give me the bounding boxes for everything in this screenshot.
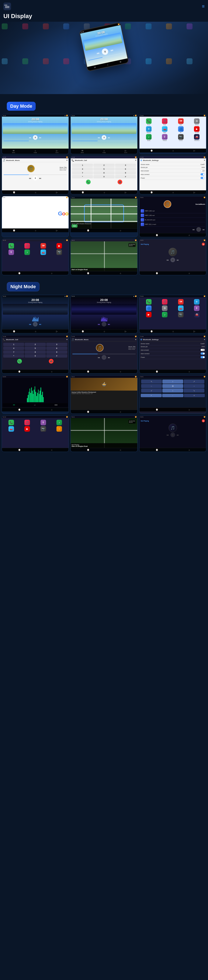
tablet-play-btn[interactable]: ⏸ [101, 48, 109, 56]
bn-10-2[interactable]: ⌂ [51, 272, 52, 274]
n-nav-center[interactable]: ⊛ [184, 394, 205, 397]
bn-7-1[interactable]: ⌚ [13, 229, 15, 232]
sm-prev[interactable]: ⏮ [192, 228, 195, 231]
n-app-settings[interactable]: ⚙ [157, 305, 173, 311]
nav-home-1[interactable]: ⌂HOME [34, 150, 37, 153]
n-app-spotify[interactable]: ♪ [157, 312, 173, 317]
bn-12-1[interactable]: ⌚ [156, 272, 158, 274]
bn-4-2[interactable]: ⌂ [35, 191, 36, 194]
sm-next[interactable]: ⏭ [203, 228, 205, 231]
app-settings[interactable]: ⚙ Settings [189, 118, 205, 126]
next-btn-2[interactable]: ⏭ [108, 137, 110, 139]
n-nav-btn-tr[interactable]: ↗ [184, 380, 204, 383]
bn-5-1[interactable]: ⌚ [82, 191, 84, 194]
bn-5-3[interactable]: ▷ [125, 191, 126, 194]
n-dial-5[interactable]: 5 [25, 347, 46, 350]
n-bt-prev[interactable]: ⏮ [98, 356, 100, 359]
n-auto-connect-toggle[interactable] [200, 353, 205, 355]
tablet-next-btn[interactable]: ⏭ [110, 48, 114, 52]
np-play[interactable]: ▶ [170, 258, 175, 262]
d-app-music[interactable]: 🎵 [20, 243, 35, 249]
app-bt[interactable]: 🔵 BT [173, 126, 189, 133]
next-btn-1[interactable]: ⏭ [39, 137, 41, 139]
dial-6[interactable]: 6 [115, 167, 136, 171]
n-bn-8-1[interactable]: ⌚ [87, 410, 89, 413]
sm-item-2[interactable]: 华晨宇_问答.mp3 [140, 213, 205, 218]
nav-go-button[interactable]: GO [71, 224, 77, 228]
dial-9[interactable]: 9 [115, 171, 136, 175]
np-next[interactable]: ⏭ [177, 259, 179, 261]
bn-6-3[interactable]: ▷ [194, 191, 195, 194]
n-app-bt[interactable]: 🔵 [141, 305, 156, 311]
power-toggle[interactable] [200, 177, 205, 179]
n-next-2[interactable]: ⏭ [108, 323, 110, 325]
nav-item-2[interactable]: ⌂ [173, 150, 174, 152]
bt-play[interactable]: ⏸ [33, 176, 38, 180]
n-app-telegram[interactable]: ✈ [189, 299, 205, 305]
sm-item-3[interactable]: 华_2019.HIFI.mp3 [140, 218, 205, 222]
n-bn-12-2[interactable]: ⌂ [189, 449, 190, 451]
n-app-carplay[interactable]: 🚘 [189, 312, 205, 317]
n-nav-btn-r[interactable]: → [184, 384, 204, 388]
n-bn-7-1[interactable]: ⌚ [18, 409, 20, 411]
n-bn-10-1[interactable]: ⌚ [18, 449, 20, 451]
bn-12-2[interactable]: ⌂ [189, 272, 190, 274]
d-app-yt[interactable]: ▶ [52, 243, 67, 249]
n-dial-4[interactable]: 4 [3, 347, 24, 350]
nav-auto-2[interactable]: ▷AUTO [124, 150, 127, 153]
auto-connect-toggle[interactable] [200, 173, 205, 175]
d-app-podcast[interactable]: 🎙 [4, 250, 19, 255]
n2-app-podcast[interactable]: 🎙 [36, 420, 51, 425]
menu-icon[interactable] [3, 3, 11, 10]
n-bn-3-2[interactable]: ⌂ [173, 330, 174, 332]
n-bt-music-close[interactable]: ✕ [135, 339, 137, 340]
n-bt-play[interactable]: ⏸ [102, 355, 106, 360]
n-bn-11-1[interactable]: ⌚ [87, 449, 89, 451]
dial-hash[interactable]: # [115, 175, 136, 178]
play-btn-1[interactable]: ⏸ [33, 135, 38, 140]
dial-0[interactable]: 0 [93, 175, 114, 178]
n-dial-hash[interactable]: # [46, 354, 67, 358]
n-nav-zoom-out[interactable]: - [162, 394, 183, 397]
bn-7-2[interactable]: ⌂ [35, 229, 36, 232]
app-podcast[interactable]: 🎙 Podcast [157, 134, 173, 141]
dial-3[interactable]: 3 [115, 164, 136, 167]
bn-5-2[interactable]: ⌂ [104, 191, 105, 194]
n-app-maps[interactable]: 🗺 [173, 299, 189, 305]
d-app-waze[interactable]: 🚗 [36, 250, 51, 255]
nav-email-2[interactable]: ✉EMAIL [81, 150, 84, 153]
bn-9-2[interactable]: ⌂ [189, 234, 190, 236]
n-bt-call-close[interactable]: ✕ [66, 339, 68, 340]
n-app-podcast[interactable]: 🎙 [189, 305, 205, 311]
n-bn-3-1[interactable]: ⌚ [150, 330, 153, 332]
sm-play[interactable]: ⏸ [196, 227, 201, 232]
n-prev-2[interactable]: ⏮ [98, 323, 100, 325]
prev-btn-1[interactable]: ⏮ [29, 137, 31, 139]
tablet-nav-home[interactable]: ⌂ [107, 64, 109, 66]
n-dial-7[interactable]: 7 [3, 350, 24, 354]
n-dial-2[interactable]: 2 [25, 343, 46, 346]
nav-item-1[interactable]: ⌚ [150, 150, 153, 152]
n-next-1[interactable]: ⏭ [39, 323, 41, 325]
n-bn-2-2[interactable]: ⌂ [104, 330, 105, 332]
n-bn-2-3[interactable]: ▷ [125, 330, 126, 332]
dial-4[interactable]: 4 [72, 167, 93, 171]
n-play-1[interactable]: ⏸ [33, 322, 38, 326]
n-bn-5-1[interactable]: ⌚ [87, 371, 89, 373]
bn-7-3[interactable]: ▷ [56, 229, 58, 232]
n-nav-btn-t[interactable]: ↑ [162, 380, 183, 383]
end-call-btn[interactable]: 📵 [118, 180, 122, 185]
d-app-maps[interactable]: 🗺 [36, 243, 51, 249]
n-end-call-btn[interactable]: 📵 [49, 359, 54, 364]
n-app-waze[interactable]: 🚗 [173, 305, 189, 311]
n2-app-phone[interactable]: 📞 [4, 420, 19, 425]
n-app-phone[interactable]: 📞 [141, 299, 156, 305]
n-bn-3-3[interactable]: ▷ [194, 330, 195, 332]
n-bn-12-1[interactable]: ⌚ [156, 449, 158, 451]
bn-10-1[interactable]: ⌚ [18, 272, 20, 274]
n-bn-1-1[interactable]: ⌚ [13, 330, 15, 332]
tablet-nav-auto[interactable]: ⚙ [119, 60, 121, 64]
sm-item-1[interactable]: 华晨宇_问答.mp3 [140, 209, 205, 213]
dial-7[interactable]: 7 [72, 171, 93, 175]
bn-9-1[interactable]: ⌚ [156, 234, 158, 236]
